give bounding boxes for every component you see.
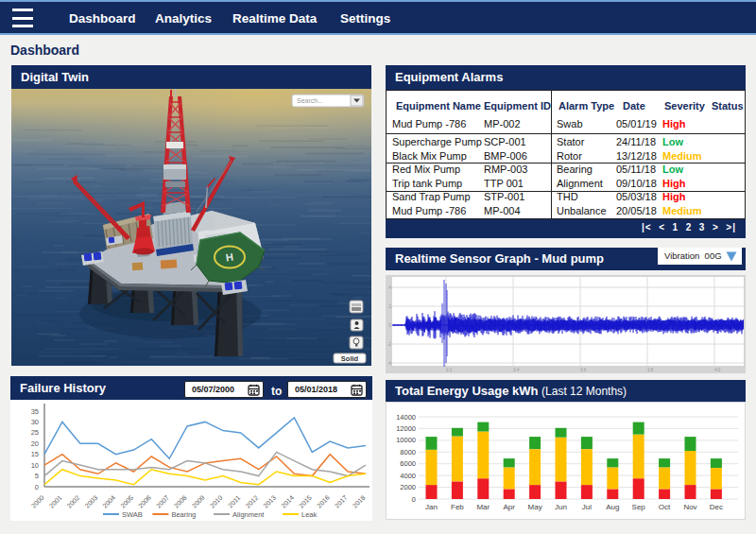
svg-text:6000: 6000	[400, 459, 416, 468]
svg-text:30: 30	[31, 418, 39, 426]
svg-text:Apr: Apr	[503, 503, 515, 511]
svg-text:Alignment: Alignment	[232, 510, 265, 519]
svg-text:2006: 2006	[137, 494, 152, 509]
svg-text:Feb: Feb	[451, 503, 464, 511]
svg-text:0: 0	[412, 495, 416, 504]
svg-text:10: 10	[31, 461, 39, 470]
svg-text:Search...: Search...	[297, 97, 323, 104]
svg-text:5: 5	[35, 472, 39, 480]
svg-text:15: 15	[31, 450, 39, 458]
svg-text:2016: 2016	[316, 494, 331, 509]
svg-text:2017: 2017	[334, 494, 349, 509]
svg-text:3.4: 3.4	[513, 368, 520, 372]
svg-text:Jan: Jan	[425, 503, 438, 511]
svg-text:2015: 2015	[298, 494, 313, 509]
svg-text:8000: 8000	[400, 448, 416, 456]
svg-text:0: 0	[35, 483, 39, 491]
svg-text:Dec: Dec	[710, 503, 723, 511]
svg-text:2009: 2009	[191, 494, 206, 509]
svg-text:Bearing: Bearing	[171, 510, 196, 519]
svg-text:Solid: Solid	[341, 354, 359, 363]
svg-text:Aug: Aug	[606, 503, 619, 511]
svg-text:May: May	[528, 503, 542, 511]
svg-text:Jun: Jun	[555, 503, 567, 511]
svg-text:2013: 2013	[262, 494, 277, 509]
svg-text:3.2: 3.2	[446, 368, 453, 372]
svg-text:20: 20	[31, 439, 39, 448]
svg-text:Oct: Oct	[659, 503, 671, 511]
svg-text:-4: -4	[387, 361, 391, 366]
svg-text:2002: 2002	[66, 494, 81, 509]
svg-text:Leak: Leak	[301, 510, 318, 519]
svg-text:Jul: Jul	[582, 503, 592, 511]
svg-text:2004: 2004	[101, 494, 116, 509]
svg-text:2014: 2014	[280, 494, 295, 509]
svg-text:SWAB: SWAB	[122, 510, 143, 519]
svg-text:2000: 2000	[30, 494, 45, 509]
svg-text:2003: 2003	[83, 494, 98, 509]
svg-text:3.6: 3.6	[580, 368, 587, 372]
svg-text:2005: 2005	[119, 494, 134, 509]
svg-text:2000: 2000	[400, 483, 416, 491]
svg-text:2011: 2011	[227, 494, 242, 509]
svg-text:H: H	[225, 250, 234, 263]
svg-text:2010: 2010	[209, 494, 224, 509]
svg-text:4000: 4000	[400, 472, 416, 480]
svg-text:2012: 2012	[244, 494, 259, 509]
svg-text:2007: 2007	[155, 494, 170, 509]
svg-text:Mar: Mar	[476, 503, 490, 511]
svg-text:-2: -2	[387, 342, 391, 347]
svg-text:25: 25	[31, 428, 39, 437]
svg-text:2008: 2008	[173, 494, 188, 509]
svg-text:12000: 12000	[396, 424, 416, 433]
svg-text:Nov: Nov	[683, 503, 696, 511]
svg-text:2018: 2018	[352, 494, 367, 509]
svg-text:3.8: 3.8	[647, 368, 654, 372]
svg-text:10000: 10000	[396, 436, 416, 444]
svg-text:Sep: Sep	[632, 503, 646, 511]
svg-text:35: 35	[31, 407, 39, 416]
svg-text:2001: 2001	[48, 494, 63, 509]
svg-text:14000: 14000	[396, 413, 416, 422]
svg-text:4.0: 4.0	[714, 368, 721, 372]
